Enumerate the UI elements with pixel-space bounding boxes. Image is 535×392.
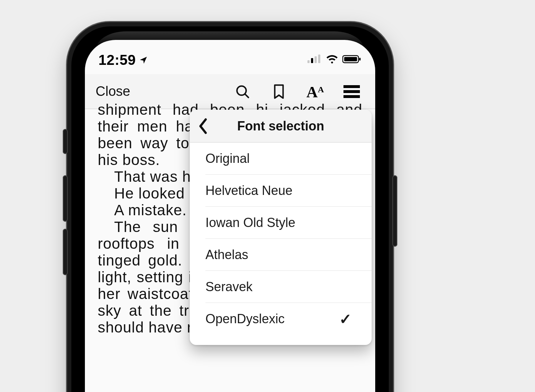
svg-text:A: A: [306, 83, 318, 100]
back-button[interactable]: [193, 110, 214, 142]
svg-rect-1: [311, 58, 313, 63]
font-option-athelas[interactable]: Athelas: [205, 239, 372, 271]
font-option-seravek[interactable]: Seravek: [205, 271, 372, 303]
phone-volume-up: [63, 175, 68, 222]
battery-icon: [342, 55, 362, 65]
status-bar: 12:59: [85, 40, 375, 74]
svg-rect-3: [318, 55, 320, 63]
close-button[interactable]: Close: [96, 84, 130, 99]
font-option-label: Iowan Old Style: [205, 215, 295, 230]
phone-screen: 12:59: [85, 40, 375, 392]
bookmark-icon[interactable]: [266, 79, 292, 104]
checkmark-icon: ✓: [339, 310, 352, 328]
svg-rect-11: [343, 85, 360, 88]
svg-text:A: A: [318, 85, 324, 94]
font-selection-popover: Font selection Original Helvetica Neue I…: [190, 110, 372, 345]
popover-header: Font selection: [190, 110, 372, 143]
font-option-opendyslexic[interactable]: OpenDyslexic ✓: [205, 303, 372, 335]
svg-rect-2: [315, 56, 317, 63]
svg-rect-5: [344, 57, 357, 61]
font-option-original[interactable]: Original: [205, 143, 372, 175]
menu-icon[interactable]: [339, 79, 365, 104]
font-option-label: Original: [205, 151, 250, 166]
font-option-label: Athelas: [205, 247, 248, 262]
svg-line-8: [245, 94, 249, 97]
phone-mute-switch: [63, 129, 68, 154]
font-option-helvetica-neue[interactable]: Helvetica Neue: [205, 175, 372, 207]
font-list: Original Helvetica Neue Iowan Old Style …: [190, 143, 372, 345]
font-option-label: OpenDyslexic: [205, 311, 285, 326]
status-time: 12:59: [98, 52, 136, 68]
font-option-label: Seravek: [205, 279, 253, 294]
svg-rect-0: [307, 60, 310, 63]
wifi-icon: [326, 55, 338, 65]
cellular-icon: [307, 55, 322, 65]
location-icon: [139, 52, 148, 68]
font-settings-icon[interactable]: A A: [302, 79, 328, 104]
popover-title: Font selection: [190, 119, 372, 134]
phone-frame: 12:59: [67, 22, 393, 392]
phone-volume-down: [63, 229, 68, 275]
font-option-label: Helvetica Neue: [205, 183, 292, 198]
font-option-iowan-old-style[interactable]: Iowan Old Style: [205, 207, 372, 239]
phone-power-button: [392, 175, 397, 247]
svg-rect-13: [343, 95, 360, 98]
search-icon[interactable]: [230, 79, 255, 104]
svg-rect-12: [343, 90, 360, 93]
phone-bezel: 12:59: [71, 26, 389, 392]
svg-rect-6: [359, 58, 361, 61]
